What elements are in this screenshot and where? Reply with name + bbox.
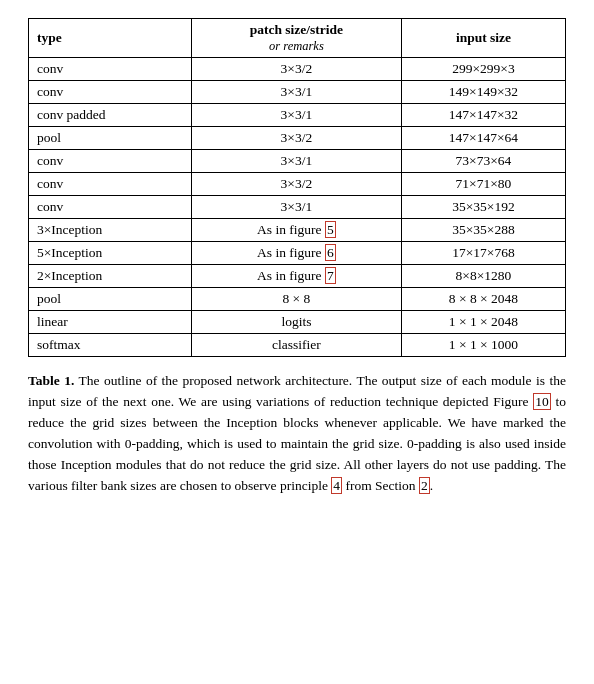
cell-type: conv <box>29 196 192 219</box>
cell-type: pool <box>29 288 192 311</box>
cell-type: conv <box>29 81 192 104</box>
cell-patch: As in figure 5 <box>191 219 401 242</box>
cell-input: 73×73×64 <box>401 150 565 173</box>
cell-input: 71×71×80 <box>401 173 565 196</box>
cell-patch: 3×3/1 <box>191 81 401 104</box>
figure-ref: 6 <box>325 244 336 261</box>
caption-text3: from Section <box>342 478 419 493</box>
cell-patch: 3×3/2 <box>191 173 401 196</box>
table-row: linearlogits1 × 1 × 2048 <box>29 311 566 334</box>
cell-input: 147×147×32 <box>401 104 565 127</box>
caption-ref3: 2 <box>419 477 430 494</box>
cell-type: conv <box>29 173 192 196</box>
cell-input: 35×35×288 <box>401 219 565 242</box>
cell-input: 8 × 8 × 2048 <box>401 288 565 311</box>
cell-type: softmax <box>29 334 192 357</box>
cell-patch: 3×3/1 <box>191 196 401 219</box>
cell-input: 147×147×64 <box>401 127 565 150</box>
cell-type: conv padded <box>29 104 192 127</box>
cell-type: conv <box>29 150 192 173</box>
table-row: 5×InceptionAs in figure 617×17×768 <box>29 242 566 265</box>
col-patch-header-sub: or remarks <box>269 39 324 53</box>
table-row: 3×InceptionAs in figure 535×35×288 <box>29 219 566 242</box>
table-row: conv padded3×3/1147×147×32 <box>29 104 566 127</box>
cell-patch: 3×3/1 <box>191 150 401 173</box>
cell-input: 1 × 1 × 2048 <box>401 311 565 334</box>
col-type-header: type <box>29 19 192 58</box>
cell-patch: logits <box>191 311 401 334</box>
col-patch-header-main: patch size/stride <box>250 22 343 37</box>
table-row: conv3×3/1149×149×32 <box>29 81 566 104</box>
cell-input: 8×8×1280 <box>401 265 565 288</box>
table-row: conv3×3/135×35×192 <box>29 196 566 219</box>
cell-patch: As in figure 7 <box>191 265 401 288</box>
cell-type: 2×Inception <box>29 265 192 288</box>
col-patch-header: patch size/stride or remarks <box>191 19 401 58</box>
table-row: softmaxclassifier1 × 1 × 1000 <box>29 334 566 357</box>
cell-type: 5×Inception <box>29 242 192 265</box>
caption-text4: . <box>430 478 433 493</box>
col-input-header: input size <box>401 19 565 58</box>
cell-patch: 3×3/2 <box>191 127 401 150</box>
cell-input: 299×299×3 <box>401 58 565 81</box>
cell-patch: classifier <box>191 334 401 357</box>
architecture-table: type patch size/stride or remarks input … <box>28 18 566 357</box>
table-row: conv3×3/173×73×64 <box>29 150 566 173</box>
cell-type: conv <box>29 58 192 81</box>
table-caption: Table 1. The outline of the proposed net… <box>28 371 566 497</box>
caption-ref1: 10 <box>533 393 551 410</box>
cell-type: 3×Inception <box>29 219 192 242</box>
cell-type: pool <box>29 127 192 150</box>
caption-text1: The outline of the proposed network arch… <box>28 373 566 409</box>
table-row: pool3×3/2147×147×64 <box>29 127 566 150</box>
table-row: conv3×3/271×71×80 <box>29 173 566 196</box>
cell-input: 17×17×768 <box>401 242 565 265</box>
table-wrapper: type patch size/stride or remarks input … <box>28 18 566 357</box>
cell-input: 1 × 1 × 1000 <box>401 334 565 357</box>
cell-patch: As in figure 6 <box>191 242 401 265</box>
cell-input: 35×35×192 <box>401 196 565 219</box>
caption-label: Table 1. <box>28 373 74 388</box>
cell-input: 149×149×32 <box>401 81 565 104</box>
table-row: conv3×3/2299×299×3 <box>29 58 566 81</box>
cell-type: linear <box>29 311 192 334</box>
figure-ref: 7 <box>325 267 336 284</box>
figure-ref: 5 <box>325 221 336 238</box>
cell-patch: 3×3/1 <box>191 104 401 127</box>
table-row: 2×InceptionAs in figure 78×8×1280 <box>29 265 566 288</box>
table-row: pool8 × 88 × 8 × 2048 <box>29 288 566 311</box>
cell-patch: 3×3/2 <box>191 58 401 81</box>
caption-ref2: 4 <box>331 477 342 494</box>
cell-patch: 8 × 8 <box>191 288 401 311</box>
